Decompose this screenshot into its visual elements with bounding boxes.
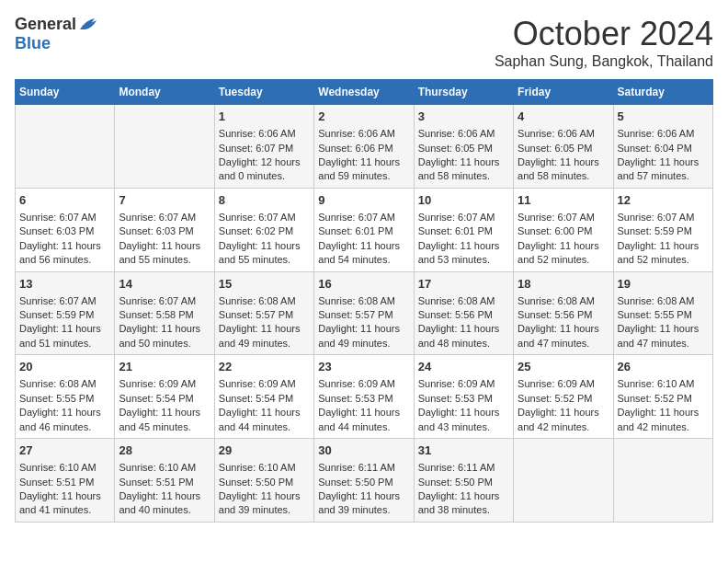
- calendar-cell: 13Sunrise: 6:07 AMSunset: 5:59 PMDayligh…: [16, 271, 115, 355]
- calendar-cell: [613, 439, 712, 523]
- day-info: Daylight: 11 hours: [318, 406, 409, 419]
- day-info: Sunset: 6:03 PM: [19, 224, 110, 238]
- calendar-cell: 15Sunrise: 6:08 AMSunset: 5:57 PMDayligh…: [214, 271, 313, 355]
- day-info: and 41 minutes.: [19, 503, 110, 517]
- month-title: October 2024: [495, 15, 713, 53]
- day-number: 25: [518, 359, 609, 375]
- day-info: Daylight: 11 hours: [219, 489, 310, 503]
- day-info: Sunrise: 6:10 AM: [19, 461, 110, 475]
- calendar-week-5: 27Sunrise: 6:10 AMSunset: 5:51 PMDayligh…: [16, 439, 713, 523]
- day-number: 6: [19, 192, 110, 209]
- calendar-cell: 3Sunrise: 6:06 AMSunset: 6:05 PMDaylight…: [414, 105, 513, 189]
- calendar-week-4: 20Sunrise: 6:08 AMSunset: 5:55 PMDayligh…: [16, 355, 713, 439]
- day-info: Sunrise: 6:11 AM: [418, 461, 509, 475]
- day-info: Sunrise: 6:08 AM: [19, 377, 110, 391]
- day-info: and 0 minutes.: [219, 169, 310, 183]
- calendar-header: SundayMondayTuesdayWednesdayThursdayFrid…: [16, 80, 713, 105]
- day-number: 10: [418, 192, 509, 209]
- day-info: and 46 minutes.: [19, 420, 110, 434]
- day-info: and 58 minutes.: [418, 169, 509, 183]
- day-info: Sunrise: 6:07 AM: [618, 211, 709, 224]
- day-info: Sunset: 5:59 PM: [19, 308, 110, 322]
- calendar-cell: [115, 105, 214, 189]
- day-number: 24: [418, 359, 509, 375]
- day-info: Sunrise: 6:10 AM: [119, 461, 210, 475]
- day-info: Sunset: 6:05 PM: [518, 142, 609, 155]
- day-info: and 42 minutes.: [518, 420, 609, 434]
- day-info: and 42 minutes.: [618, 420, 709, 434]
- day-info: Sunrise: 6:07 AM: [19, 294, 110, 308]
- day-info: Daylight: 11 hours: [518, 406, 609, 419]
- calendar-cell: 27Sunrise: 6:10 AMSunset: 5:51 PMDayligh…: [16, 439, 115, 523]
- weekday-header-tuesday: Tuesday: [214, 80, 313, 105]
- day-info: and 56 minutes.: [19, 253, 110, 267]
- calendar-cell: 12Sunrise: 6:07 AMSunset: 5:59 PMDayligh…: [613, 188, 712, 271]
- day-info: Sunset: 5:55 PM: [618, 308, 709, 322]
- day-info: Sunset: 6:04 PM: [618, 142, 709, 155]
- logo: General Blue: [15, 15, 98, 53]
- calendar-cell: 18Sunrise: 6:08 AMSunset: 5:56 PMDayligh…: [514, 271, 613, 355]
- calendar-cell: 9Sunrise: 6:07 AMSunset: 6:01 PMDaylight…: [314, 188, 414, 271]
- day-info: and 38 minutes.: [418, 503, 509, 517]
- day-info: Daylight: 11 hours: [318, 155, 409, 169]
- calendar-week-1: 1Sunrise: 6:06 AMSunset: 6:07 PMDaylight…: [16, 105, 713, 189]
- location-title: Saphan Sung, Bangkok, Thailand: [495, 53, 713, 70]
- weekday-header-friday: Friday: [514, 80, 613, 105]
- day-info: and 39 minutes.: [219, 503, 310, 517]
- day-info: and 48 minutes.: [418, 337, 509, 350]
- day-number: 28: [119, 442, 210, 459]
- calendar-cell: 2Sunrise: 6:06 AMSunset: 6:06 PMDaylight…: [314, 105, 414, 189]
- day-info: Daylight: 11 hours: [19, 322, 110, 336]
- day-info: Sunset: 5:58 PM: [119, 308, 210, 322]
- day-info: Daylight: 11 hours: [618, 155, 709, 169]
- day-info: and 53 minutes.: [418, 253, 509, 267]
- day-info: Sunset: 5:54 PM: [219, 392, 310, 406]
- day-info: Sunset: 5:56 PM: [418, 308, 509, 322]
- calendar-cell: 25Sunrise: 6:09 AMSunset: 5:52 PMDayligh…: [514, 355, 613, 439]
- calendar-cell: [16, 105, 115, 189]
- day-info: Sunrise: 6:11 AM: [318, 461, 409, 475]
- day-number: 2: [318, 109, 409, 125]
- day-info: Daylight: 11 hours: [318, 322, 409, 336]
- calendar-cell: 11Sunrise: 6:07 AMSunset: 6:00 PMDayligh…: [514, 188, 613, 271]
- day-info: and 47 minutes.: [618, 337, 709, 350]
- day-info: Daylight: 11 hours: [418, 155, 509, 169]
- page-header: General Blue October 2024 Saphan Sung, B…: [15, 15, 713, 70]
- day-number: 20: [19, 359, 110, 375]
- day-info: Daylight: 11 hours: [219, 406, 310, 419]
- day-info: Sunrise: 6:07 AM: [19, 211, 110, 224]
- calendar-cell: 28Sunrise: 6:10 AMSunset: 5:51 PMDayligh…: [115, 439, 214, 523]
- weekday-header-sunday: Sunday: [16, 80, 115, 105]
- calendar-week-2: 6Sunrise: 6:07 AMSunset: 6:03 PMDaylight…: [16, 188, 713, 271]
- day-info: Sunrise: 6:08 AM: [318, 294, 409, 308]
- day-number: 22: [219, 359, 310, 375]
- day-info: Daylight: 12 hours: [219, 155, 310, 169]
- day-info: and 51 minutes.: [19, 337, 110, 350]
- day-info: Daylight: 11 hours: [19, 489, 110, 503]
- calendar-cell: 22Sunrise: 6:09 AMSunset: 5:54 PMDayligh…: [214, 355, 313, 439]
- day-info: and 50 minutes.: [119, 337, 210, 350]
- day-info: and 49 minutes.: [219, 337, 310, 350]
- day-info: Sunrise: 6:08 AM: [618, 294, 709, 308]
- calendar-cell: 30Sunrise: 6:11 AMSunset: 5:50 PMDayligh…: [314, 439, 414, 523]
- weekday-header-wednesday: Wednesday: [314, 80, 414, 105]
- day-info: and 40 minutes.: [119, 503, 210, 517]
- day-number: 16: [318, 276, 409, 293]
- day-info: Sunrise: 6:06 AM: [418, 127, 509, 141]
- calendar-table: SundayMondayTuesdayWednesdayThursdayFrid…: [15, 79, 713, 523]
- day-info: and 49 minutes.: [318, 337, 409, 350]
- day-number: 15: [219, 276, 310, 293]
- day-info: Sunrise: 6:10 AM: [219, 461, 310, 475]
- day-info: Sunset: 5:50 PM: [219, 476, 310, 489]
- weekday-header-saturday: Saturday: [613, 80, 712, 105]
- day-info: and 52 minutes.: [618, 253, 709, 267]
- calendar-cell: 6Sunrise: 6:07 AMSunset: 6:03 PMDaylight…: [16, 188, 115, 271]
- day-info: Daylight: 11 hours: [618, 239, 709, 253]
- day-info: and 55 minutes.: [119, 253, 210, 267]
- weekday-row: SundayMondayTuesdayWednesdayThursdayFrid…: [16, 80, 713, 105]
- day-info: Sunset: 5:57 PM: [219, 308, 310, 322]
- day-info: Sunset: 6:07 PM: [219, 142, 310, 155]
- calendar-cell: 1Sunrise: 6:06 AMSunset: 6:07 PMDaylight…: [214, 105, 313, 189]
- day-info: Sunrise: 6:06 AM: [318, 127, 409, 141]
- logo-blue-text: Blue: [15, 34, 51, 53]
